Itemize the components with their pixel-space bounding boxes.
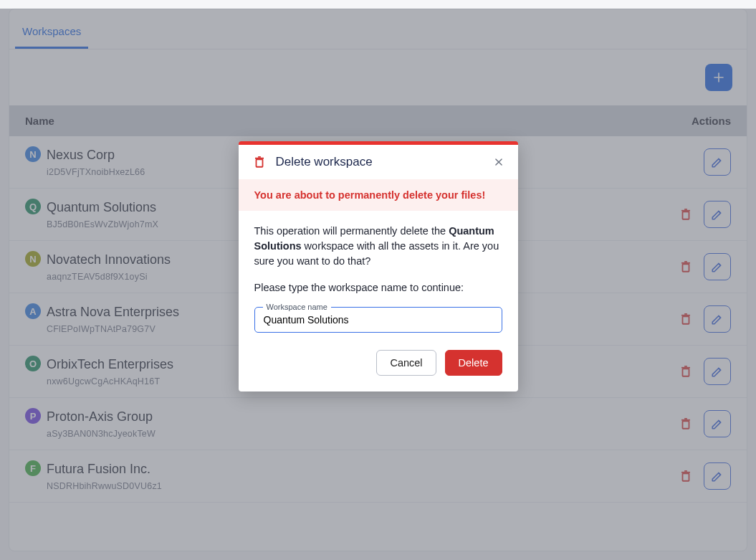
close-icon <box>494 157 504 167</box>
workspace-name-label: Workspace name <box>263 302 331 313</box>
modal-warning-banner: You are about to permanently delete your… <box>239 179 518 211</box>
modal-title: Delete workspace <box>276 155 373 169</box>
delete-workspace-modal: Delete workspace You are about to perman… <box>239 141 518 391</box>
svg-rect-20 <box>256 159 262 167</box>
delete-confirm-button[interactable]: Delete <box>445 350 502 376</box>
cancel-button[interactable]: Cancel <box>376 350 436 376</box>
modal-prompt-text: Please type the workspace name to contin… <box>254 280 502 295</box>
modal-close-button[interactable] <box>494 157 504 167</box>
trash-icon <box>253 156 266 169</box>
modal-body-text: This operation will permanently delete t… <box>254 224 502 269</box>
modal-backdrop: Delete workspace You are about to perman… <box>0 9 756 560</box>
